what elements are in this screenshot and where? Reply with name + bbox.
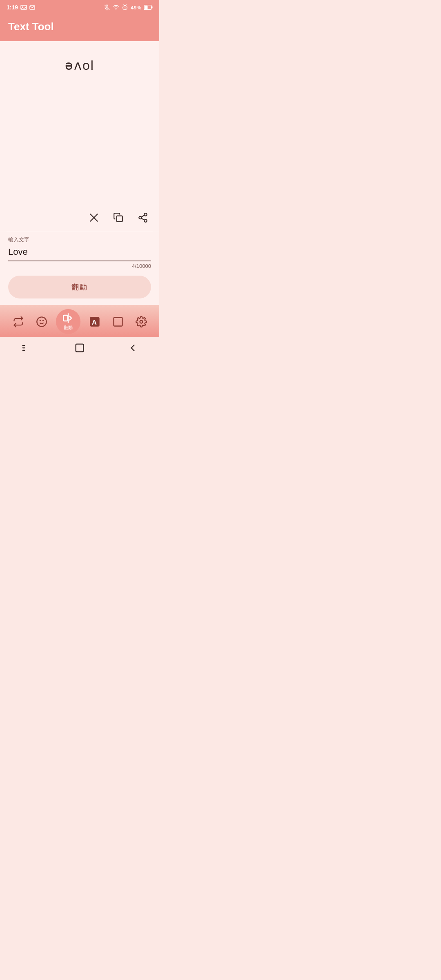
close-icon [89, 212, 99, 223]
status-time: 1:19 [7, 4, 35, 11]
svg-rect-13 [145, 6, 148, 9]
svg-text:A: A [92, 318, 97, 326]
alarm-icon [122, 4, 128, 11]
menu-icon [21, 342, 32, 354]
nav-item-font[interactable]: A [86, 314, 104, 329]
svg-rect-34 [76, 344, 84, 352]
share-button[interactable] [135, 209, 151, 226]
app-title: Text Tool [8, 20, 151, 33]
text-input-wrapper [8, 245, 151, 261]
share-icon [138, 212, 148, 223]
displayed-text: əʌol [65, 58, 94, 73]
svg-rect-0 [21, 5, 27, 9]
sys-nav-home[interactable] [74, 342, 85, 354]
wifi-icon [113, 4, 119, 11]
sys-nav-back[interactable] [127, 342, 138, 354]
time-display: 1:19 [7, 4, 18, 11]
battery-icon [144, 5, 153, 10]
svg-rect-16 [117, 216, 122, 222]
mute-icon [104, 4, 110, 11]
font-icon: A [89, 316, 100, 327]
svg-point-19 [144, 219, 147, 222]
svg-line-9 [123, 4, 124, 5]
text-input[interactable] [8, 245, 151, 259]
close-button[interactable] [86, 209, 102, 226]
svg-rect-26 [63, 315, 68, 321]
flip-button[interactable]: 翻動 [8, 276, 151, 298]
mail-icon [29, 4, 35, 10]
nav-item-settings[interactable] [132, 314, 150, 329]
home-icon [74, 342, 85, 354]
status-icons: 49% [104, 4, 153, 11]
status-bar: 1:19 49% [0, 0, 159, 15]
sys-nav-menu[interactable] [21, 342, 32, 354]
flip-nav-label: 翻動 [64, 325, 73, 331]
svg-line-20 [141, 218, 144, 220]
svg-line-8 [125, 8, 126, 8]
back-icon [127, 342, 138, 354]
svg-rect-12 [151, 7, 153, 9]
svg-point-18 [139, 216, 142, 219]
input-section: 輸入文字 4/10000 翻動 [0, 231, 159, 305]
emoji-icon [36, 316, 47, 327]
svg-point-30 [140, 320, 143, 323]
nav-item-frame[interactable] [109, 314, 127, 329]
input-label: 輸入文字 [8, 236, 151, 243]
char-count: 4/10000 [8, 261, 151, 272]
battery-text: 49% [131, 4, 141, 11]
bottom-nav: 翻動 A [0, 305, 159, 337]
repeat-icon [13, 316, 24, 327]
svg-line-10 [126, 4, 127, 5]
svg-point-17 [144, 213, 147, 216]
nav-item-emoji[interactable] [33, 314, 51, 329]
image-icon [20, 4, 27, 10]
nav-item-flip[interactable]: 翻動 [56, 309, 80, 334]
app-header: Text Tool [0, 15, 159, 41]
frame-icon [112, 316, 124, 327]
copy-icon [113, 212, 124, 223]
nav-item-repeat[interactable] [9, 314, 27, 329]
settings-icon [136, 316, 147, 327]
action-buttons-row [0, 205, 159, 231]
main-content: əʌol [0, 41, 159, 205]
svg-line-21 [141, 215, 144, 217]
copy-button[interactable] [110, 209, 127, 226]
flip-icon [62, 312, 74, 324]
svg-rect-29 [114, 317, 122, 326]
svg-point-22 [37, 317, 46, 326]
system-nav [0, 337, 159, 359]
svg-point-5 [116, 9, 116, 10]
